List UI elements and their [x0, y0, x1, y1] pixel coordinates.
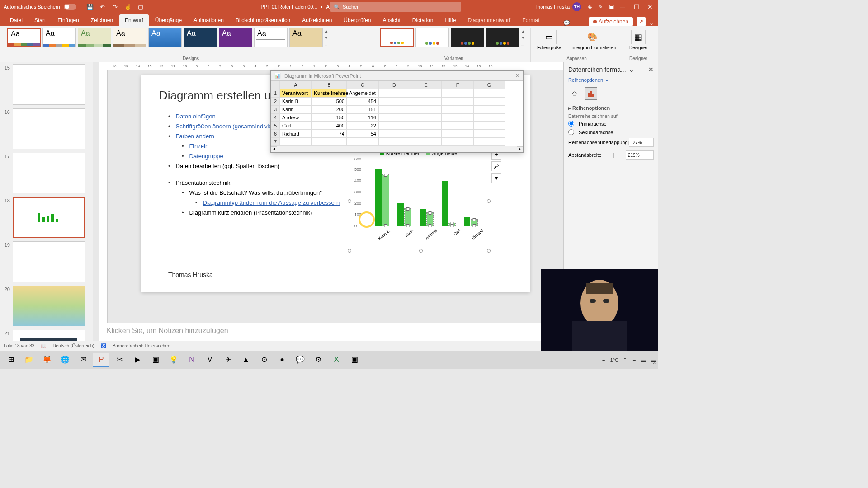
tab-uebergaenge[interactable]: Übergänge [150, 14, 187, 26]
slide-thumb-19[interactable] [13, 241, 85, 282]
ribbon-collapse-icon[interactable]: ⌃ [652, 361, 656, 368]
tab-aufzeichnen[interactable]: Aufzeichnen [297, 14, 337, 26]
bullet-1[interactable]: Daten einfügen [176, 113, 216, 120]
tab-zeichnen[interactable]: Zeichnen [85, 14, 118, 26]
app-icon[interactable]: 💡 [165, 353, 182, 367]
resize-handle[interactable] [419, 249, 423, 253]
explorer-icon[interactable]: 📁 [21, 353, 37, 367]
variants-gallery[interactable]: ▲▼⎯ [380, 28, 528, 47]
variant-1[interactable] [380, 28, 414, 47]
variant-up-icon[interactable]: ▲ [521, 29, 528, 33]
variant-2[interactable] [415, 28, 449, 47]
slide-thumb-16[interactable] [13, 108, 85, 149]
slide-thumb-21[interactable] [13, 330, 85, 341]
resize-handle[interactable] [348, 249, 351, 253]
share-icon[interactable]: ↗ [637, 17, 646, 26]
powerpoint-icon[interactable]: P [93, 353, 109, 367]
save-icon[interactable]: 💾 [86, 3, 94, 10]
tab-bildschirm[interactable]: Bildschirmpräsentation [230, 14, 296, 26]
chevron-down-icon[interactable]: ⌄ [605, 77, 609, 83]
tab-animationen[interactable]: Animationen [188, 14, 229, 26]
theme-1[interactable]: Aa [7, 28, 41, 47]
firefox-icon[interactable]: 🦊 [39, 353, 55, 367]
bullet-5a1[interactable]: Diagrammtyp ändern um die Aussage zu ver… [203, 199, 340, 206]
spell-icon[interactable]: 📖 [41, 343, 46, 348]
theme-3[interactable]: Aa [78, 28, 111, 47]
slide-thumb-15[interactable] [13, 64, 85, 105]
slide-thumb-18[interactable] [13, 197, 85, 238]
theme-6[interactable]: Aa [184, 28, 217, 47]
close-icon[interactable]: ✕ [647, 3, 655, 10]
bar-s1-1[interactable] [375, 169, 382, 226]
bullet-3[interactable]: Farben ändern [176, 133, 214, 140]
fill-outline-tab-icon[interactable]: ⬠ [568, 87, 581, 100]
theme-9[interactable]: Aa [289, 28, 323, 47]
tab-ansicht[interactable]: Ansicht [377, 14, 406, 26]
variant-down-icon[interactable]: ▼ [521, 36, 528, 40]
minimize-icon[interactable]: ─ [620, 3, 627, 10]
bar-s1-5[interactable] [464, 217, 470, 226]
data-sheet-scrollbar[interactable]: ◄ ► [271, 146, 523, 152]
user-account[interactable]: Thomas Hruska TH [534, 2, 581, 11]
chart-filter-button[interactable]: ▼ [491, 173, 501, 183]
tab-hilfe[interactable]: Hilfe [439, 14, 461, 26]
snipping-icon[interactable]: ✂ [111, 353, 127, 367]
primary-axis-radio[interactable]: Primärachse [568, 121, 654, 127]
ruler-vertical[interactable] [99, 70, 108, 323]
tab-entwurf[interactable]: Entwurf [119, 14, 149, 26]
theme-5[interactable]: Aa [148, 28, 182, 47]
search-input[interactable]: 🔍 Suchen [330, 2, 461, 12]
gallery-more-icon[interactable]: ⎯ [325, 42, 331, 46]
onedrive-icon[interactable]: ☁ [632, 357, 637, 363]
pen-icon[interactable]: ✎ [598, 4, 603, 10]
bullet-2[interactable]: Schriftgrößen ändern (gesamt/individuell… [176, 123, 283, 130]
designer-button[interactable]: ▦Designer [626, 28, 651, 52]
tab-datei[interactable]: Datei [5, 14, 28, 26]
outlook-icon[interactable]: ✉ [75, 353, 91, 367]
bar-s2-3[interactable] [427, 213, 433, 226]
app-icon[interactable]: V [202, 353, 218, 367]
gap-input[interactable]: 219% [626, 150, 654, 160]
from-beginning-icon[interactable]: ▢ [137, 3, 144, 10]
tray-chevron-icon[interactable]: ⌃ [623, 357, 627, 363]
theme-4[interactable]: Aa [113, 28, 146, 47]
scroll-right-icon[interactable]: ► [517, 146, 523, 152]
slide-panel[interactable]: 15 16 17 18 19 20 21 22 23 [0, 62, 99, 341]
background-format-button[interactable]: 🎨Hintergrund formatieren [565, 28, 620, 52]
app-icon[interactable]: ● [274, 353, 290, 367]
accessibility-icon[interactable]: ♿ [101, 343, 106, 348]
bar-s2-4[interactable] [449, 223, 455, 226]
bar-s2-1[interactable] [382, 175, 389, 226]
autosave-toggle[interactable]: Automatisches Speichern [4, 4, 76, 10]
vlc-icon[interactable]: ▶ [129, 353, 146, 367]
variant-4[interactable] [486, 28, 519, 47]
temperature[interactable]: 1°C [610, 357, 618, 363]
variant-3[interactable] [451, 28, 484, 47]
bar-s1-3[interactable] [420, 209, 426, 226]
undo-icon[interactable]: ↶ [99, 3, 106, 10]
excel-icon[interactable]: X [328, 353, 344, 367]
telegram-icon[interactable]: ✈ [220, 353, 236, 367]
gallery-up-icon[interactable]: ▲ [325, 29, 331, 33]
theme-7[interactable]: Aa [219, 28, 252, 47]
bar-s1-4[interactable] [442, 181, 448, 226]
author-name[interactable]: Thomas Hruska [168, 271, 213, 278]
chart-styles-button[interactable]: 🖌 [491, 161, 501, 171]
app-icon[interactable]: ▣ [147, 353, 164, 367]
data-grid[interactable]: A B C D E F G 1 Verantwort Kursteilnehme… [271, 81, 523, 146]
tab-start[interactable]: Start [29, 14, 51, 26]
start-menu-icon[interactable]: ⊞ [3, 353, 19, 367]
touch-mode-icon[interactable]: ☝ [124, 3, 132, 10]
chart-object[interactable]: Kursteilnehmer Angemeldet 0 100 200 300 … [349, 147, 489, 251]
slide-thumb-20[interactable] [13, 286, 85, 326]
series-options-tab-icon[interactable] [585, 87, 597, 100]
onenote-icon[interactable]: N [184, 353, 200, 367]
tab-ueberpruefen[interactable]: Überprüfen [338, 14, 376, 26]
settings-icon[interactable]: ⚙ [310, 353, 326, 367]
slide-thumb-17[interactable] [13, 153, 85, 193]
chevron-down-icon[interactable]: ⌄ [649, 20, 654, 26]
toggle-switch-icon[interactable] [64, 4, 76, 10]
ruler-horizontal[interactable]: 1615141312111098765432101234567891011121… [99, 62, 563, 70]
tab-einfuegen[interactable]: Einfügen [52, 14, 84, 26]
discord-icon[interactable]: 💬 [292, 353, 308, 367]
